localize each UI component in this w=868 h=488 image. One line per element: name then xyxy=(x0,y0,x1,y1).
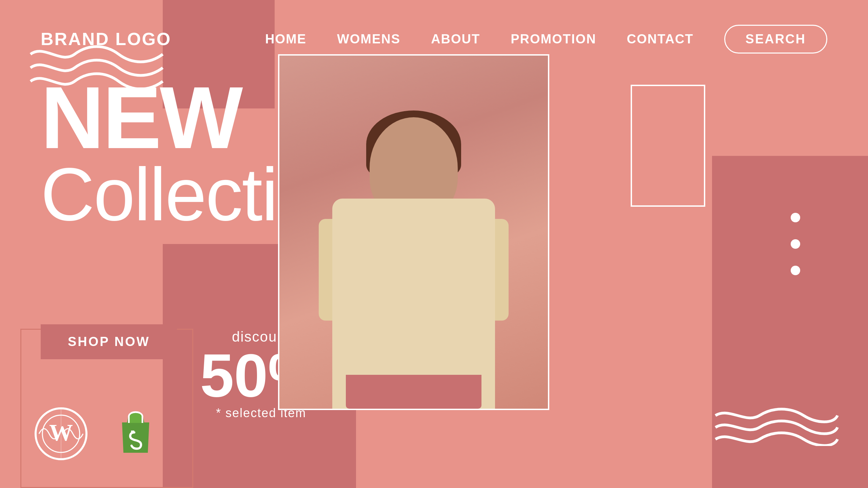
bottom-logos: W xyxy=(34,407,163,461)
person-figure xyxy=(312,104,515,409)
nav-links: HOME WOMENS ABOUT PROMOTION CONTACT SEAR… xyxy=(265,25,827,54)
photo-frame xyxy=(278,54,549,410)
search-button[interactable]: SEARCH xyxy=(724,25,827,54)
person-pants xyxy=(346,375,481,409)
brand-logo: BRAND LOGO xyxy=(41,29,171,49)
nav-promotion[interactable]: PROMOTION xyxy=(511,32,596,46)
photo-placeholder xyxy=(279,56,548,409)
header: BRAND LOGO HOME WOMENS ABOUT PROMOTION C… xyxy=(0,0,868,78)
dot-3[interactable] xyxy=(791,266,800,275)
nav-about[interactable]: ABOUT xyxy=(431,32,480,46)
dot-1[interactable] xyxy=(791,213,800,222)
dots-indicator xyxy=(791,213,800,275)
nav-home[interactable]: HOME xyxy=(265,32,307,46)
deco-rect-right xyxy=(631,85,705,207)
wave-decoration-bottom-right xyxy=(712,405,841,447)
dot-2[interactable] xyxy=(791,239,800,249)
shopify-icon xyxy=(108,407,163,461)
shop-now-button[interactable]: SHOP NOW xyxy=(41,324,177,359)
nav-womens[interactable]: WOMENS xyxy=(337,32,400,46)
nav-contact[interactable]: CONTACT xyxy=(627,32,694,46)
wordpress-icon: W xyxy=(34,407,88,461)
